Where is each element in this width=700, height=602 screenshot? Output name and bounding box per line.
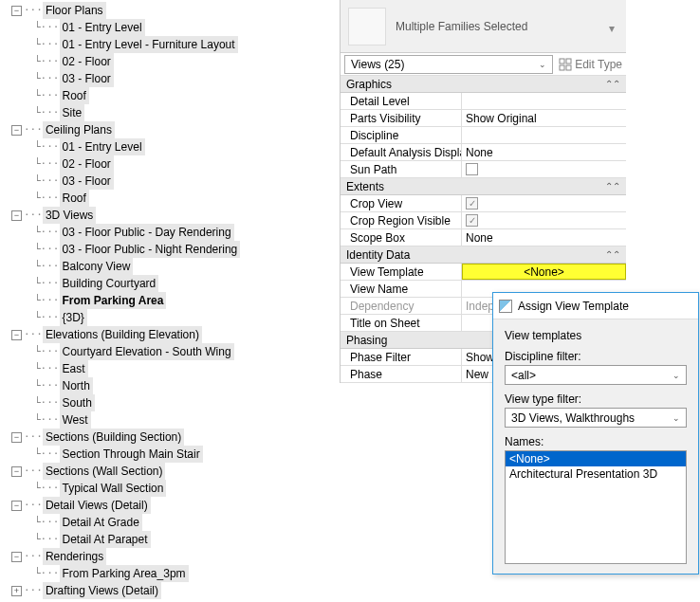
tree-item[interactable]: Roof bbox=[60, 87, 89, 104]
tree-item[interactable]: Building Courtyard bbox=[60, 275, 159, 292]
tree-cat-floor-plans[interactable]: Floor Plans bbox=[43, 2, 106, 19]
checkbox-icon[interactable] bbox=[466, 163, 478, 175]
collapse-icon[interactable]: − bbox=[11, 210, 22, 221]
category-identity-data[interactable]: Identity Data⌃⌃ bbox=[341, 246, 626, 264]
prop-value-parts-visibility[interactable]: Show Original bbox=[462, 110, 626, 126]
list-item[interactable]: Architectural Presentation 3D bbox=[506, 466, 686, 482]
tree-item[interactable]: West bbox=[60, 411, 91, 429]
dialog-title: Assign View Template bbox=[518, 300, 629, 313]
edit-type-button[interactable]: Edit Type bbox=[559, 58, 622, 71]
prop-name: Scope Box bbox=[341, 229, 462, 246]
tree-item[interactable]: Balcony View bbox=[60, 258, 134, 275]
prop-name: Sun Path bbox=[341, 161, 462, 177]
dialog-titlebar[interactable]: Assign View Template bbox=[493, 293, 698, 319]
tree-cat-3d-views[interactable]: 3D Views bbox=[43, 207, 96, 224]
prop-value-sun-path[interactable] bbox=[462, 161, 626, 177]
tree-item[interactable]: From Parking Area_3pm bbox=[60, 565, 189, 582]
discipline-filter-label: Discipline filter: bbox=[505, 350, 687, 363]
chevron-down-icon: ⌄ bbox=[672, 371, 680, 380]
view-type-filter-select[interactable]: 3D Views, Walkthroughs ⌄ bbox=[505, 408, 687, 428]
tree-item[interactable]: Detail At Grade bbox=[60, 514, 142, 531]
tree-item[interactable]: North bbox=[60, 377, 93, 394]
prop-value-crop-region[interactable]: ✓ bbox=[462, 212, 626, 228]
prop-name: Title on Sheet bbox=[341, 315, 462, 331]
prop-name: Phase bbox=[341, 366, 462, 382]
assign-view-template-dialog: Assign View Template View templates Disc… bbox=[492, 292, 699, 575]
prop-name: View Template bbox=[341, 264, 462, 280]
expand-icon[interactable]: + bbox=[11, 586, 22, 596]
tree-item[interactable]: {3D} bbox=[60, 309, 87, 326]
prop-name: Crop Region Visible bbox=[341, 212, 462, 228]
tree-item[interactable]: Roof bbox=[60, 190, 89, 207]
tree-item[interactable]: 01 - Entry Level bbox=[60, 138, 145, 155]
prop-name: Default Analysis Display St... bbox=[341, 144, 462, 160]
tree-item[interactable]: 03 - Floor bbox=[60, 173, 114, 190]
prop-name: View Name bbox=[341, 281, 462, 297]
tree-item[interactable]: Section Through Main Stair bbox=[60, 446, 203, 463]
collapse-chevron-icon: ⌃⌃ bbox=[605, 79, 620, 89]
collapse-chevron-icon: ⌃⌃ bbox=[605, 181, 620, 192]
dialog-icon bbox=[499, 300, 512, 313]
edit-type-icon bbox=[559, 58, 572, 71]
prop-name: Discipline bbox=[341, 127, 462, 143]
prop-name: Dependency bbox=[341, 298, 462, 314]
checkbox-checked-icon[interactable]: ✓ bbox=[466, 214, 478, 227]
collapse-icon[interactable]: − bbox=[11, 466, 22, 477]
collapse-icon[interactable]: − bbox=[11, 6, 22, 16]
tree-cat-sections-building[interactable]: Sections (Building Section) bbox=[43, 429, 184, 446]
prop-value-crop-view[interactable]: ✓ bbox=[462, 195, 626, 211]
prop-name: Detail Level bbox=[341, 93, 462, 109]
names-label: Names: bbox=[505, 435, 687, 448]
list-item[interactable]: <None> bbox=[506, 451, 686, 466]
tree-item[interactable]: 03 - Floor bbox=[60, 70, 114, 87]
tree-item[interactable]: Site bbox=[60, 104, 85, 121]
discipline-filter-select[interactable]: <all> ⌄ bbox=[505, 365, 687, 385]
type-thumbnail-icon bbox=[348, 8, 386, 46]
svg-rect-0 bbox=[560, 59, 564, 64]
tree-item-active[interactable]: From Parking Area bbox=[60, 292, 167, 309]
tree-item[interactable]: 02 - Floor bbox=[60, 155, 114, 173]
tree-cat-drafting-views[interactable]: Drafting Views (Detail) bbox=[43, 582, 161, 599]
collapse-chevron-icon: ⌃⌃ bbox=[605, 249, 620, 260]
collapse-icon[interactable]: − bbox=[11, 552, 22, 562]
tree-item[interactable]: 03 - Floor Public - Day Rendering bbox=[60, 224, 234, 241]
svg-rect-3 bbox=[566, 65, 571, 70]
prop-name: Crop View bbox=[341, 195, 462, 211]
tree-cat-renderings[interactable]: Renderings bbox=[43, 548, 106, 565]
tree-item[interactable]: 01 - Entry Level bbox=[60, 19, 145, 36]
tree-item[interactable]: 02 - Floor bbox=[60, 53, 114, 70]
checkbox-checked-icon[interactable]: ✓ bbox=[466, 197, 478, 210]
collapse-icon[interactable]: − bbox=[11, 330, 22, 340]
properties-header[interactable]: Multiple Families Selected ▾ bbox=[341, 0, 626, 53]
prop-value-scope-box[interactable]: None bbox=[462, 229, 626, 246]
prop-value-discipline[interactable] bbox=[462, 127, 626, 143]
chevron-down-icon: ⌄ bbox=[539, 60, 546, 69]
tree-item[interactable]: Courtyard Elevation - South Wing bbox=[60, 343, 234, 360]
chevron-down-icon: ▾ bbox=[609, 22, 618, 31]
tree-cat-detail-views[interactable]: Detail Views (Detail) bbox=[43, 497, 151, 514]
prop-value-detail-level[interactable] bbox=[462, 93, 626, 109]
prop-name: Phase Filter bbox=[341, 349, 462, 365]
project-browser-tree[interactable]: − ··· Floor Plans └···01 - Entry Level └… bbox=[0, 0, 332, 599]
tree-item[interactable]: 01 - Entry Level - Furniture Layout bbox=[60, 36, 238, 53]
collapse-icon[interactable]: − bbox=[11, 432, 22, 443]
svg-rect-1 bbox=[566, 59, 571, 64]
tree-item[interactable]: Detail At Parapet bbox=[60, 531, 151, 548]
prop-value-view-template[interactable]: <None> bbox=[462, 264, 626, 280]
svg-rect-2 bbox=[560, 65, 564, 70]
collapse-icon[interactable]: − bbox=[11, 125, 22, 136]
collapse-icon[interactable]: − bbox=[11, 501, 22, 511]
type-selector[interactable]: Views (25) ⌄ bbox=[344, 55, 553, 74]
tree-item[interactable]: East bbox=[60, 360, 88, 377]
tree-cat-ceiling-plans[interactable]: Ceiling Plans bbox=[43, 121, 115, 138]
tree-item[interactable]: Typical Wall Section bbox=[60, 480, 167, 497]
tree-item[interactable]: South bbox=[60, 394, 95, 411]
tree-item[interactable]: 03 - Floor Public - Night Rendering bbox=[60, 241, 241, 258]
category-extents[interactable]: Extents⌃⌃ bbox=[341, 178, 626, 195]
tree-cat-sections-wall[interactable]: Sections (Wall Section) bbox=[43, 463, 166, 480]
category-graphics[interactable]: Graphics⌃⌃ bbox=[341, 76, 626, 93]
view-type-filter-label: View type filter: bbox=[505, 392, 687, 406]
prop-value-analysis-display[interactable]: None bbox=[462, 144, 626, 160]
tree-cat-elevations[interactable]: Elevations (Building Elevation) bbox=[43, 326, 202, 343]
names-list[interactable]: <None> Architectural Presentation 3D bbox=[505, 450, 687, 564]
